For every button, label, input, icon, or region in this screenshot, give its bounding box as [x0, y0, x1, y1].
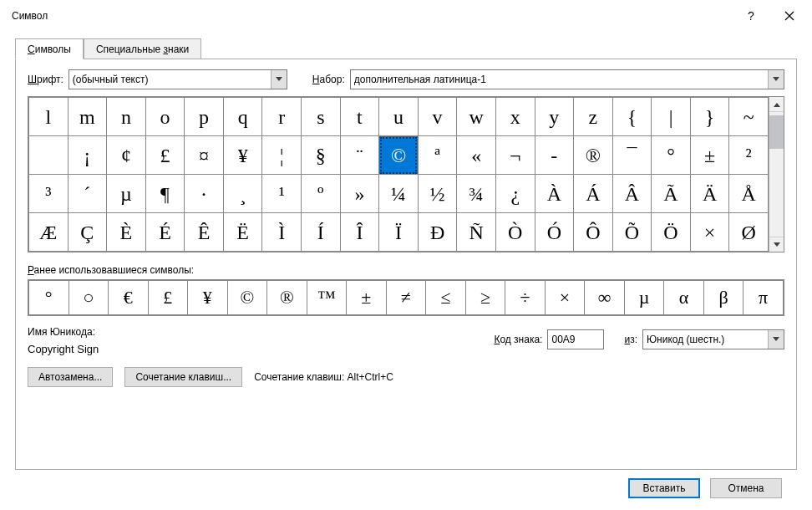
symbol-cell[interactable]: ½ — [418, 175, 457, 213]
symbol-cell[interactable]: - — [535, 136, 574, 175]
symbol-cell[interactable]: Ó — [535, 213, 574, 252]
symbol-cell[interactable]: v — [418, 98, 457, 136]
subset-combo[interactable] — [350, 69, 784, 89]
recent-cell[interactable]: π — [743, 281, 784, 315]
symbol-cell[interactable]: Ð — [418, 213, 457, 252]
symbol-cell[interactable]: ¡ — [68, 136, 107, 175]
symbol-cell[interactable]: £ — [145, 136, 185, 175]
from-input[interactable] — [643, 330, 768, 349]
recent-cell[interactable]: ¥ — [188, 281, 228, 315]
recent-cell[interactable]: ∞ — [585, 281, 625, 315]
symbol-cell[interactable]: § — [302, 136, 341, 175]
symbol-cell[interactable]: ¢ — [107, 136, 146, 175]
symbol-cell[interactable]: Ï — [379, 213, 419, 252]
scroll-thumb[interactable] — [769, 115, 784, 149]
symbol-cell[interactable]: l — [29, 98, 69, 136]
symbol-cell[interactable]: p — [185, 98, 224, 136]
close-button[interactable] — [770, 3, 809, 28]
symbol-cell[interactable]: } — [690, 98, 729, 136]
recent-cell[interactable]: ® — [267, 281, 307, 315]
recent-cell[interactable]: ≠ — [386, 281, 426, 315]
symbol-cell[interactable]: ¸ — [223, 175, 262, 213]
symbol-cell[interactable]: Î — [340, 213, 379, 252]
symbol-cell[interactable]: Â — [612, 175, 652, 213]
symbol-cell[interactable]: o — [145, 98, 185, 136]
symbol-cell[interactable]: ¦ — [262, 136, 302, 175]
recent-cell[interactable]: µ — [624, 281, 664, 315]
symbol-cell[interactable]: Á — [574, 175, 613, 213]
recent-cell[interactable]: ± — [347, 281, 387, 315]
recent-cell[interactable]: € — [109, 281, 149, 315]
symbol-cell[interactable]: Ë — [223, 213, 262, 252]
cancel-button[interactable]: Отмена — [710, 478, 782, 498]
symbol-cell[interactable]: È — [107, 213, 146, 252]
symbol-cell[interactable]: | — [652, 98, 691, 136]
tab-special[interactable]: Специальные знаки — [84, 38, 201, 59]
symbol-cell[interactable]: m — [68, 98, 107, 136]
recent-cell[interactable]: ° — [29, 281, 69, 315]
symbol-cell[interactable]: n — [107, 98, 146, 136]
symbol-cell[interactable]: ± — [690, 136, 729, 175]
recent-cell[interactable]: ○ — [69, 281, 109, 315]
font-dropdown-button[interactable] — [271, 70, 287, 89]
symbol-grid[interactable]: lmnopqrstuvwxyz{|}~¡¢£¤¥¦§¨©ª«¬-®¯°±²³´µ… — [28, 97, 769, 252]
symbol-cell[interactable]: x — [495, 98, 535, 136]
symbol-cell[interactable]: r — [262, 98, 302, 136]
scroll-down-button[interactable] — [769, 237, 784, 252]
symbol-cell[interactable]: ° — [652, 136, 691, 175]
recent-cell[interactable]: £ — [148, 281, 188, 315]
from-dropdown-button[interactable] — [768, 330, 784, 349]
autocorrect-button[interactable]: Автозамена... — [28, 367, 113, 387]
symbol-cell[interactable]: Ä — [690, 175, 729, 213]
symbol-cell[interactable]: º — [302, 175, 341, 213]
symbol-cell[interactable]: » — [340, 175, 379, 213]
symbol-cell[interactable]: ² — [729, 136, 769, 175]
charcode-input[interactable] — [547, 329, 604, 349]
symbol-cell[interactable]: ¶ — [145, 175, 185, 213]
symbol-cell[interactable]: Õ — [612, 213, 652, 252]
symbol-cell[interactable]: É — [145, 213, 185, 252]
symbol-cell[interactable]: ® — [574, 136, 613, 175]
insert-button[interactable]: Вставить — [628, 478, 700, 498]
symbol-cell[interactable]: Ã — [652, 175, 691, 213]
symbol-cell[interactable]: Ç — [68, 213, 107, 252]
recent-cell[interactable]: ™ — [307, 281, 347, 315]
symbol-cell[interactable]: À — [535, 175, 574, 213]
grid-scrollbar[interactable] — [769, 97, 784, 252]
symbol-cell[interactable]: Ì — [262, 213, 302, 252]
symbol-cell[interactable]: ¾ — [457, 175, 496, 213]
symbol-cell[interactable]: z — [574, 98, 613, 136]
symbol-cell[interactable]: Í — [302, 213, 341, 252]
symbol-cell[interactable]: « — [457, 136, 496, 175]
symbol-cell[interactable]: Æ — [29, 213, 69, 252]
symbol-cell[interactable]: ¼ — [379, 175, 419, 213]
recent-cell[interactable]: β — [703, 281, 743, 315]
font-input[interactable] — [69, 70, 271, 89]
subset-input[interactable] — [351, 70, 768, 89]
symbol-cell[interactable]: ~ — [729, 98, 769, 136]
symbol-cell[interactable]: × — [690, 213, 729, 252]
symbol-cell[interactable]: Ñ — [457, 213, 496, 252]
from-combo[interactable] — [642, 329, 784, 349]
symbol-cell[interactable]: ¥ — [223, 136, 262, 175]
scroll-up-button[interactable] — [769, 97, 784, 112]
symbol-cell[interactable]: ª — [418, 136, 457, 175]
symbol-cell[interactable]: u — [379, 98, 419, 136]
symbol-cell[interactable]: s — [302, 98, 341, 136]
symbol-cell[interactable]: ¤ — [185, 136, 224, 175]
recent-cell[interactable]: ≥ — [465, 281, 505, 315]
symbol-cell[interactable]: t — [340, 98, 379, 136]
font-combo[interactable] — [69, 69, 287, 89]
symbol-cell[interactable]: ´ — [68, 175, 107, 213]
symbol-cell[interactable]: © — [379, 136, 419, 175]
symbol-cell[interactable]: · — [185, 175, 224, 213]
shortcut-key-button[interactable]: Сочетание клавиш... — [124, 367, 242, 387]
symbol-cell[interactable]: ¯ — [612, 136, 652, 175]
symbol-cell[interactable]: q — [223, 98, 262, 136]
symbol-cell[interactable]: Ê — [185, 213, 224, 252]
symbol-cell[interactable] — [29, 136, 69, 175]
recent-cell[interactable]: ≤ — [426, 281, 466, 315]
recent-cell[interactable]: ÷ — [505, 281, 546, 315]
symbol-cell[interactable]: { — [612, 98, 652, 136]
symbol-cell[interactable]: ¿ — [495, 175, 535, 213]
